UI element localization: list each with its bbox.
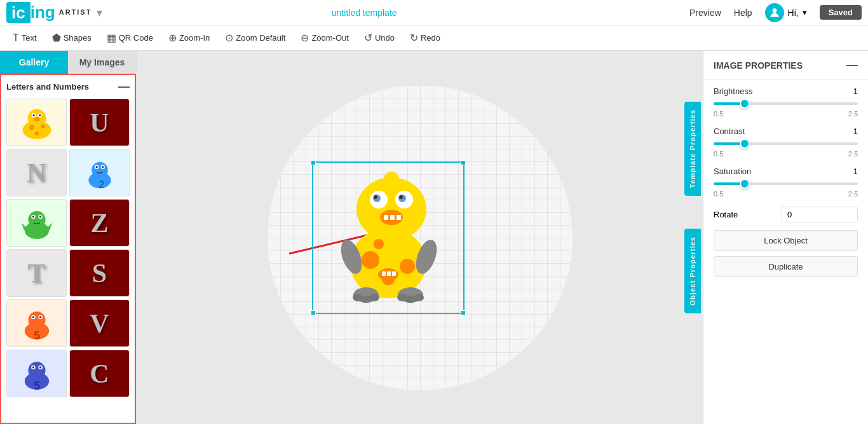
list-item[interactable]: C xyxy=(69,350,130,397)
dino3-icon xyxy=(11,202,62,243)
sidebar: Gallery My Images Letters and Numbers — xyxy=(0,51,137,424)
list-item[interactable]: S xyxy=(69,249,130,297)
tab-myimages-label: My Images xyxy=(79,57,125,67)
right-panel: Template Properties Object Properties IM… xyxy=(703,51,868,424)
user-dropdown[interactable]: ▾ xyxy=(803,8,807,17)
tab-my-images[interactable]: My Images xyxy=(68,51,136,74)
section-collapse[interactable]: — xyxy=(118,80,130,93)
top-bar: ic ing ARTIST ▾ untitled template Previe… xyxy=(0,0,868,25)
list-item[interactable]: U xyxy=(69,99,130,146)
saturation-slider[interactable] xyxy=(714,179,858,189)
shapes-button[interactable]: ⬟ Shapes xyxy=(46,29,98,46)
qrcode-button[interactable]: ▦ QR Code xyxy=(100,29,159,46)
contrast-slider[interactable] xyxy=(714,139,858,149)
saturation-thumb[interactable] xyxy=(740,179,750,189)
contrast-row: Contrast 1 0.5 2.5 xyxy=(714,127,858,158)
nav-help[interactable]: Help xyxy=(734,8,752,18)
text-label: Text xyxy=(22,33,37,43)
saturation-label: Saturation xyxy=(714,167,751,176)
svg-point-34 xyxy=(32,366,34,368)
saturation-max: 2.5 xyxy=(848,190,858,198)
list-item[interactable]: V xyxy=(69,299,130,347)
shapes-icon: ⬟ xyxy=(52,32,61,44)
rotate-input[interactable] xyxy=(782,207,858,222)
svg-point-64 xyxy=(369,294,379,301)
svg-point-53 xyxy=(400,259,415,274)
redo-button[interactable]: ↻ Redo xyxy=(403,29,447,46)
letter-u-label: U xyxy=(90,107,109,138)
svg-point-25 xyxy=(28,311,45,329)
svg-rect-49 xyxy=(390,215,395,220)
svg-point-23 xyxy=(39,215,41,217)
user-area: Hi, ▾ xyxy=(765,3,807,22)
list-item[interactable]: 5 xyxy=(6,350,67,397)
svg-point-52 xyxy=(362,251,379,269)
dino1-icon xyxy=(11,102,62,143)
letter-v-label: V xyxy=(90,308,109,339)
list-item[interactable]: Z xyxy=(69,199,130,247)
svg-point-32 xyxy=(28,362,45,379)
handle-br[interactable] xyxy=(461,310,466,315)
zoomout-label: Zoom-Out xyxy=(311,33,349,43)
dino4-icon: 5 xyxy=(11,303,62,344)
contrast-thumb[interactable] xyxy=(740,139,750,149)
text-button[interactable]: T Text xyxy=(6,30,43,46)
list-item[interactable]: 2 xyxy=(69,149,130,196)
user-greeting: Hi, xyxy=(788,8,799,18)
canvas-area[interactable] xyxy=(137,51,703,424)
svg-point-4 xyxy=(32,114,34,116)
brightness-slider[interactable] xyxy=(714,99,858,109)
rotate-row: Rotate xyxy=(714,207,858,222)
brightness-thumb[interactable] xyxy=(740,99,750,109)
saturation-track xyxy=(714,182,858,185)
toolbar: T Text ⬟ Shapes ▦ QR Code ⊕ Zoom-In ⊙ Zo… xyxy=(0,25,868,51)
handle-tr[interactable] xyxy=(461,160,466,165)
contrast-range: 0.5 2.5 xyxy=(714,150,858,158)
zoomout-button[interactable]: ⊖ Zoom-Out xyxy=(294,29,355,46)
lock-object-button[interactable]: Lock Object xyxy=(714,230,858,251)
svg-point-19 xyxy=(28,211,45,228)
contrast-min: 0.5 xyxy=(714,150,723,158)
svg-point-29 xyxy=(39,316,41,318)
selected-image-container[interactable] xyxy=(312,161,465,314)
saturation-row: Saturation 1 0.5 2.5 xyxy=(714,167,858,198)
nav-preview[interactable]: Preview xyxy=(689,8,721,18)
svg-point-7 xyxy=(34,118,40,121)
duplicate-button[interactable]: Duplicate xyxy=(714,256,858,277)
svg-point-9 xyxy=(41,125,44,128)
svg-point-10 xyxy=(34,132,38,135)
svg-point-67 xyxy=(414,294,424,301)
undo-button[interactable]: ↺ Undo xyxy=(358,29,401,46)
template-properties-tab[interactable]: Template Properties xyxy=(684,102,701,196)
zoomin-button[interactable]: ⊕ Zoom-In xyxy=(162,29,216,46)
saturation-value: 1 xyxy=(853,167,858,176)
template-props-label: Template Properties xyxy=(689,109,696,188)
svg-point-36 xyxy=(39,366,41,368)
contrast-label-row: Contrast 1 xyxy=(714,127,858,136)
letter-t-label: T xyxy=(27,258,45,289)
svg-point-46 xyxy=(399,195,403,199)
list-item[interactable]: T xyxy=(6,249,67,297)
svg-text:5: 5 xyxy=(34,329,40,342)
sidebar-content: Letters and Numbers — xyxy=(0,74,136,424)
list-item[interactable] xyxy=(6,199,67,247)
zoomin-icon: ⊕ xyxy=(168,32,177,44)
tab-gallery[interactable]: Gallery xyxy=(0,51,68,74)
zoomdefault-icon: ⊙ xyxy=(225,32,233,44)
svg-rect-48 xyxy=(384,215,388,220)
dino2-icon: 2 xyxy=(74,152,125,193)
nav-links: Preview Help xyxy=(689,8,752,18)
main-layout: Gallery My Images Letters and Numbers — xyxy=(0,51,868,424)
object-props-label: Object Properties xyxy=(689,236,696,306)
tab-gallery-label: Gallery xyxy=(19,57,49,67)
list-item[interactable]: N xyxy=(6,149,67,196)
zoomdefault-button[interactable]: ⊙ Zoom Default xyxy=(219,29,292,46)
list-item[interactable] xyxy=(6,99,67,146)
object-properties-tab[interactable]: Object Properties xyxy=(684,229,701,313)
list-item[interactable]: 5 xyxy=(6,299,67,347)
svg-point-55 xyxy=(374,239,384,249)
handle-bl[interactable] xyxy=(311,310,316,315)
svg-point-70 xyxy=(384,172,399,187)
handle-tl[interactable] xyxy=(311,160,316,165)
panel-minimize[interactable]: — xyxy=(846,58,858,72)
